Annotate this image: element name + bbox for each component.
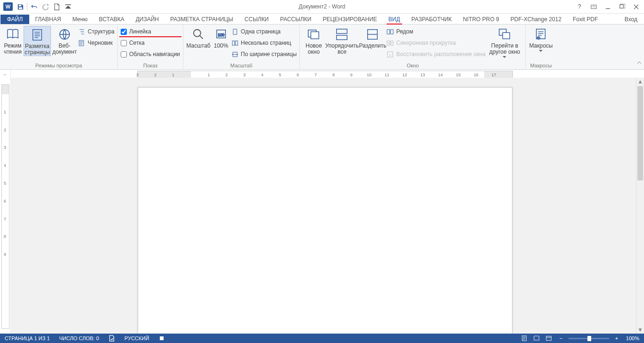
tab-menu[interactable]: Меню [66, 15, 93, 24]
chevron-down-icon [539, 50, 543, 52]
collapse-ribbon-button[interactable] [636, 60, 642, 67]
group-zoom: Масштаб 100 100% Одна страница Несколько… [183, 24, 300, 69]
minimize-button[interactable] [601, 0, 615, 13]
switch-windows-button[interactable]: Перейти в другое окно [487, 26, 522, 58]
new-window-button[interactable]: Новое окно [303, 26, 324, 55]
status-bar: СТРАНИЦА 1 ИЗ 1 ЧИСЛО СЛОВ: 0 РУССКИЙ − … [0, 334, 644, 343]
print-layout-view-button[interactable] [520, 334, 529, 343]
label: Перейти в другое окно [487, 43, 522, 55]
tab-file[interactable]: ФАЙЛ [0, 15, 29, 24]
group-macros: Макросы Макросы [526, 24, 556, 69]
svg-rect-23 [388, 51, 393, 57]
zoom-level-status[interactable]: 100% [624, 334, 641, 343]
tab-home[interactable]: ГЛАВНАЯ [29, 15, 66, 24]
zoom-100-button[interactable]: 100 100% [212, 26, 231, 49]
zoom-out-button[interactable]: − [556, 334, 566, 343]
print-layout-icon [30, 27, 45, 42]
maximize-button[interactable] [615, 0, 629, 13]
tab-mailings[interactable]: РАССЫЛКИ [274, 15, 317, 24]
macros-icon [533, 27, 548, 42]
label: Веб-документ [52, 43, 77, 55]
web-layout-view-button[interactable] [544, 334, 553, 343]
label: Масштаб [186, 43, 210, 49]
undo-button[interactable] [28, 1, 40, 12]
new-window-icon [306, 27, 321, 42]
split-button[interactable]: Разделить [359, 26, 386, 49]
read-mode-view-button[interactable] [532, 334, 541, 343]
web-layout-button[interactable]: Веб-документ [52, 26, 77, 55]
page-number-status[interactable]: СТРАНИЦА 1 ИЗ 1 [0, 334, 55, 343]
vertical-ruler[interactable]: 123456789 [0, 78, 11, 334]
macros-button[interactable]: Макросы [528, 26, 553, 52]
page-width-button[interactable]: По ширине страницы [231, 49, 297, 59]
group-label: Масштаб [186, 63, 297, 69]
qat-customize-button[interactable] [62, 1, 74, 12]
group-label: Показ [121, 63, 180, 69]
draft-view-button[interactable]: Черновик [78, 38, 115, 48]
group-label: Окно [303, 63, 522, 69]
chevron-down-icon [503, 56, 506, 58]
one-page-button[interactable]: Одна страница [231, 27, 297, 36]
word-count-status[interactable]: ЧИСЛО СЛОВ: 0 [55, 334, 104, 343]
label: Новое окно [303, 43, 324, 55]
macro-record-status[interactable] [154, 334, 170, 343]
svg-rect-19 [387, 29, 390, 33]
tab-references[interactable]: ССЫЛКИ [239, 15, 274, 24]
tab-view[interactable]: ВИД [383, 15, 406, 24]
svg-rect-15 [311, 32, 319, 39]
vertical-scrollbar[interactable]: ▲ ▼ [636, 78, 644, 334]
document-canvas[interactable] [11, 78, 636, 334]
scroll-up-button[interactable]: ▲ [636, 78, 644, 85]
read-mode-button[interactable]: Режим чтения [3, 26, 23, 55]
ribbon: Режим чтения Разметка страницы Веб-докум… [0, 24, 644, 70]
spellcheck-status[interactable] [104, 334, 120, 343]
navigation-pane-checkbox[interactable]: Область навигации [121, 49, 180, 59]
separator [27, 3, 27, 10]
split-icon [365, 27, 380, 42]
zoom-button[interactable]: Масштаб [186, 26, 211, 49]
tab-page-layout[interactable]: РАЗМЕТКА СТРАНИЦЫ [165, 15, 239, 24]
svg-point-7 [194, 30, 201, 37]
multiple-pages-button[interactable]: Несколько страниц [231, 38, 297, 48]
scroll-thumb[interactable] [637, 86, 643, 180]
arrange-all-icon [334, 27, 349, 42]
help-button[interactable]: ? [572, 0, 586, 13]
tab-developer[interactable]: РАЗРАБОТЧИК [406, 15, 458, 24]
page[interactable] [138, 87, 512, 334]
tab-foxit[interactable]: Foxit PDF [567, 15, 603, 24]
ribbon-display-button[interactable] [586, 0, 601, 13]
switch-windows-icon [497, 27, 512, 42]
zoom-100-icon: 100 [214, 27, 229, 42]
close-button[interactable] [629, 0, 643, 13]
new-doc-button[interactable] [51, 1, 62, 12]
reset-window-button: Восстановить расположение окна [387, 49, 486, 59]
group-label: Режимы просмотра [3, 63, 115, 69]
svg-text:100: 100 [218, 33, 224, 37]
redo-button[interactable] [40, 1, 51, 12]
view-side-by-side-button[interactable]: Рядом [387, 27, 486, 36]
tab-nitro[interactable]: NITRO PRO 9 [457, 15, 505, 24]
tab-design[interactable]: ДИЗАЙН [130, 15, 165, 24]
label: Разделить [359, 43, 386, 49]
tab-review[interactable]: РЕЦЕНЗИРОВАНИЕ [317, 15, 382, 24]
arrange-all-button[interactable]: Упорядочить все [325, 26, 358, 55]
print-layout-button[interactable]: Разметка страницы [24, 26, 51, 56]
zoom-slider[interactable] [569, 338, 609, 339]
ruler-checkbox[interactable]: Линейка [121, 27, 180, 36]
quick-access-toolbar: W [0, 1, 74, 12]
tab-pdfxchange[interactable]: PDF-XChange 2012 [505, 15, 567, 24]
outline-view-button[interactable]: Структура [78, 27, 115, 36]
zoom-in-button[interactable]: + [612, 334, 621, 343]
scroll-down-button[interactable]: ▼ [636, 326, 644, 334]
sign-in-button[interactable]: Вход [622, 15, 640, 24]
label: Режим чтения [3, 43, 23, 55]
language-status[interactable]: РУССКИЙ [120, 334, 154, 343]
group-window: Новое окно Упорядочить все Разделить Ряд… [300, 24, 526, 69]
svg-rect-10 [233, 29, 237, 34]
svg-rect-12 [235, 41, 238, 45]
gridlines-checkbox[interactable]: Сетка [121, 38, 180, 48]
zoom-slider-thumb[interactable] [587, 336, 591, 341]
tab-insert[interactable]: ВСТАВКА [93, 15, 130, 24]
save-button[interactable] [15, 1, 26, 12]
svg-rect-25 [503, 33, 510, 39]
